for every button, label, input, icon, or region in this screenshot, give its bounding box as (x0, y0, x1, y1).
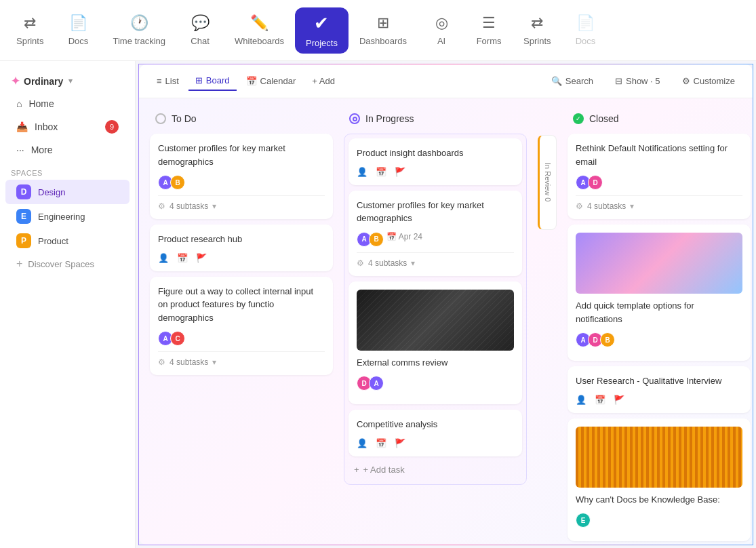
search-btn[interactable]: 🔍 Search (544, 73, 600, 90)
avatar: A (369, 376, 384, 391)
nav-forms[interactable]: ☰ Forms (465, 9, 513, 52)
in-review-text: In Review 0 (544, 163, 552, 201)
card-avatars: A B (158, 175, 325, 190)
discover-spaces-btn[interactable]: + Discover Spaces (5, 253, 130, 275)
table-row[interactable]: Rethink Default Notifications setting fo… (568, 134, 751, 219)
person-icon: 👤 (357, 167, 367, 177)
inbox-badge: 9 (105, 120, 119, 134)
nav-projects-label: Projects (306, 38, 338, 48)
customize-icon: ⚙ (682, 76, 690, 86)
space-design[interactable]: D Design (5, 180, 130, 204)
chevron-down-icon: ▾ (212, 201, 216, 211)
card-avatars: E (576, 513, 742, 528)
flag-icon: 🚩 (395, 438, 405, 448)
avatar: C (170, 331, 185, 346)
card-title: Rethink Default Notifications setting fo… (576, 142, 742, 168)
nav-dashboards[interactable]: ⊞ Dashboards (349, 9, 418, 52)
table-row[interactable]: Add quick template options for notificat… (568, 224, 751, 361)
home-icon: ⌂ (16, 98, 22, 109)
person-icon: 👤 (357, 438, 367, 448)
chevron-down-icon: ▾ (630, 201, 634, 211)
person-icon: 👤 (576, 395, 586, 405)
add-view-btn[interactable]: + Add (305, 72, 342, 90)
calendar-icon: 📅 (246, 76, 257, 86)
chat-icon: 💬 (191, 14, 210, 32)
list-view-btn[interactable]: ≡ List (150, 72, 186, 90)
table-row[interactable]: Product research hub 👤 📅 🚩 (150, 224, 333, 271)
table-row[interactable]: Why can't Docs be Knowledge Base: E (568, 418, 751, 542)
calendar-view-btn[interactable]: 📅 Calendar (239, 72, 303, 90)
nav-sprints2-label: Sprints (523, 36, 551, 46)
workspace-header[interactable]: ✦ Ordinary ▾ (0, 69, 135, 93)
card-subtasks: ⚙ 4 subtasks ▾ (158, 201, 325, 211)
todo-column: To Do Customer profiles for key market d… (150, 109, 333, 534)
in-review-label[interactable]: In Review 0 (538, 135, 557, 230)
table-row[interactable]: User Research - Qualitative Interview 👤 … (568, 366, 751, 413)
engineering-label: Engineering (38, 212, 85, 222)
space-engineering[interactable]: E Engineering (5, 204, 130, 229)
card-meta: 👤 📅 🚩 (576, 395, 742, 405)
nav-ai[interactable]: ◎ AI (418, 9, 465, 52)
subtask-icon: ⚙ (576, 201, 583, 211)
sidebar-more[interactable]: ··· More (5, 139, 130, 161)
card-title: Competitive analysis (357, 418, 514, 431)
subtask-icon: ⚙ (158, 357, 165, 367)
nav-sprints[interactable]: ⇄ Sprints (5, 9, 54, 52)
inbox-icon: 📥 (16, 121, 28, 132)
board-view-btn[interactable]: ⊞ Board (188, 71, 237, 91)
card-title: External comms review (357, 356, 514, 370)
inprogress-status-icon (349, 113, 360, 124)
space-product[interactable]: P Product (5, 229, 130, 253)
inprogress-header: In Progress (344, 109, 527, 128)
table-row[interactable]: Customer profiles for key market demogra… (150, 134, 333, 219)
forms-icon: ☰ (482, 14, 496, 32)
table-row[interactable]: Figure out a way to collect internal inp… (150, 277, 333, 376)
projects-icon: ✔ (314, 13, 329, 34)
board: To Do Customer profiles for key market d… (139, 98, 753, 545)
more-icon: ··· (16, 144, 24, 155)
show-btn[interactable]: ⊟ Show · 5 (608, 73, 667, 90)
card-title: Customer profiles for key market demogra… (158, 142, 325, 168)
todo-title: To Do (172, 113, 197, 124)
discover-spaces-label: Discover Spaces (28, 259, 94, 269)
search-icon: 🔍 (551, 76, 562, 86)
card-avatars: A C (158, 331, 325, 346)
nav-sprints2[interactable]: ⇄ Sprints (513, 9, 561, 52)
nav-whiteboards[interactable]: ✏️ Whiteboards (224, 9, 295, 52)
card-title: Product research hub (158, 233, 325, 246)
docs-icon: 📄 (69, 14, 87, 32)
product-label: Product (38, 236, 68, 246)
avatar: D (588, 175, 603, 190)
engineering-dot: E (16, 209, 31, 224)
subtask-icon: ⚙ (357, 258, 364, 268)
table-row[interactable]: Customer profiles for key market demogra… (349, 191, 522, 276)
todo-status-icon (155, 113, 166, 124)
avatar: B (170, 175, 185, 190)
design-label: Design (38, 187, 65, 197)
closed-header: ✓ Closed (568, 109, 751, 128)
card-title: User Research - Qualitative Interview (576, 374, 742, 388)
card-title: Figure out a way to collect internal inp… (158, 285, 325, 325)
sidebar-inbox[interactable]: 📥 Inbox 9 (5, 115, 130, 139)
nav-docs-label: Docs (68, 36, 89, 46)
table-row[interactable]: External comms review D A (349, 281, 522, 405)
customize-btn[interactable]: ⚙ Customize (675, 73, 742, 90)
nav-docs[interactable]: 📄 Docs (54, 9, 102, 52)
calendar-icon: 📅 (376, 167, 386, 177)
table-row[interactable]: Product insight dashboards 👤 📅 🚩 (349, 138, 522, 185)
plus-icon: + (354, 465, 359, 475)
sidebar-home[interactable]: ⌂ Home (5, 93, 130, 115)
spaces-label: Spaces (0, 161, 135, 180)
card-meta: 👤 📅 🚩 (158, 253, 325, 263)
add-task-btn[interactable]: + + Add task (349, 459, 522, 480)
nav-projects[interactable]: ✔ Projects (295, 7, 349, 54)
avatar: E (576, 513, 591, 528)
calendar-icon: 📅 (595, 395, 605, 405)
nav-chat[interactable]: 💬 Chat (176, 9, 224, 52)
nav-time-tracking[interactable]: 🕐 Time tracking (102, 9, 176, 52)
nav-whiteboards-label: Whiteboards (235, 36, 284, 46)
nav-docs2[interactable]: 📄 Docs (562, 9, 610, 52)
docs2-icon: 📄 (576, 14, 595, 32)
table-row[interactable]: Competitive analysis 👤 📅 🚩 (349, 410, 522, 456)
inprogress-column: In Progress Product insight dashboards 👤… (344, 109, 527, 534)
